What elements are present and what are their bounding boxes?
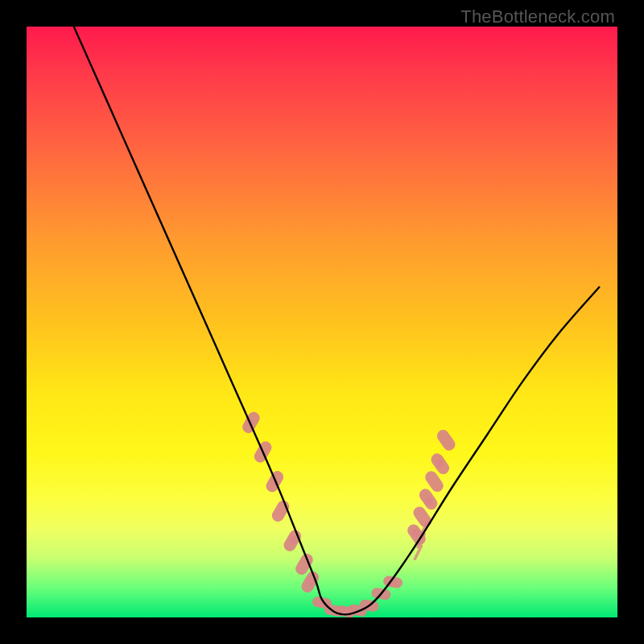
bottleneck-curve-path <box>74 27 600 614</box>
curve-layer <box>27 27 617 617</box>
watermark-text: TheBottleneck.com <box>460 6 615 27</box>
chart-frame: TheBottleneck.com <box>0 0 644 644</box>
